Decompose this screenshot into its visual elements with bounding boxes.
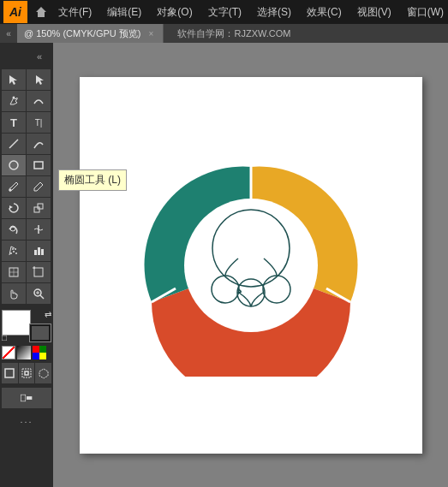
svg-rect-35 — [5, 369, 14, 377]
line-segment-tool-button[interactable] — [2, 134, 26, 154]
menu-file[interactable]: 文件(F) — [55, 3, 95, 21]
title-bar: Ai 文件(F) 编辑(E) 对象(O) 文字(T) 选择(S) 效果(C) 视… — [0, 0, 448, 24]
tool-row-line — [2, 134, 51, 154]
svg-point-16 — [12, 248, 14, 250]
slice-tool-button[interactable] — [2, 262, 26, 282]
pencil-tool-button[interactable] — [27, 176, 51, 197]
document-tab[interactable]: @ 150% (CMYK/GPU 预览) × — [17, 24, 164, 43]
rotate-tool-button[interactable] — [2, 198, 26, 218]
svg-rect-24 — [34, 268, 43, 276]
svg-point-41 — [184, 199, 318, 332]
pattern-swatch[interactable] — [33, 346, 46, 359]
svg-rect-36 — [22, 369, 31, 377]
menu-object[interactable]: 对象(O) — [153, 3, 195, 21]
draw-inside-button[interactable] — [19, 363, 35, 383]
tool-row-slice — [2, 262, 51, 282]
tooltip: 椭圆工具 (L) — [58, 169, 127, 191]
column-graph-tool-button[interactable] — [27, 241, 51, 261]
symbol-spray-tool-button[interactable] — [2, 241, 26, 261]
arc-tool-button[interactable] — [27, 134, 51, 154]
tool-row-transform — [2, 198, 51, 218]
menu-view[interactable]: 视图(V) — [354, 3, 395, 21]
donut-chart — [140, 154, 362, 377]
svg-point-5 — [9, 161, 18, 169]
artboard-tool-button[interactable] — [27, 262, 51, 282]
svg-marker-1 — [9, 75, 17, 85]
svg-rect-34 — [39, 353, 46, 359]
svg-point-15 — [15, 252, 17, 254]
svg-line-4 — [9, 140, 18, 148]
canvas-area[interactable] — [53, 43, 448, 487]
hand-tool-button[interactable] — [2, 283, 26, 304]
tab-site-info: 软件自学网：RJZXW.COM — [170, 27, 297, 40]
more-tools-indicator[interactable]: ... — [20, 414, 33, 425]
tool-row-shape — [2, 155, 51, 175]
draw-behind-button[interactable] — [35, 363, 51, 383]
bottom-tools — [2, 363, 51, 383]
svg-marker-0 — [36, 7, 46, 17]
tool-row-navigate — [2, 283, 51, 304]
menu-window[interactable]: 窗口(W) — [403, 3, 447, 21]
screen-mode-button[interactable] — [2, 388, 51, 408]
app-logo: Ai — [3, 1, 27, 23]
paintbrush-tool-button[interactable] — [2, 176, 26, 197]
svg-rect-20 — [41, 249, 44, 255]
svg-point-7 — [9, 189, 12, 192]
tab-close-button[interactable]: × — [146, 28, 156, 39]
svg-rect-10 — [38, 204, 43, 209]
panel-collapse-icon[interactable]: « — [0, 24, 17, 43]
rect-tool-button[interactable] — [27, 155, 51, 175]
menu-edit[interactable]: 编辑(E) — [104, 3, 145, 21]
svg-marker-2 — [36, 75, 44, 85]
type-tool-button[interactable]: T — [2, 112, 26, 133]
left-toolbar: « T T| — [0, 43, 53, 487]
scale-tool-button[interactable] — [27, 198, 51, 218]
svg-line-28 — [40, 295, 44, 299]
svg-point-17 — [15, 248, 16, 250]
swap-colors-icon[interactable]: ⇄ — [45, 310, 51, 319]
menu-select[interactable]: 选择(S) — [254, 3, 295, 21]
gradient-swatch[interactable] — [17, 346, 31, 359]
svg-rect-39 — [27, 396, 32, 400]
svg-rect-18 — [34, 250, 37, 255]
tool-row-warp — [2, 219, 51, 240]
menu-bar: 文件(F) 编辑(E) 对象(O) 文字(T) 选择(S) 效果(C) 视图(V… — [55, 3, 447, 21]
svg-rect-19 — [38, 247, 40, 255]
svg-rect-6 — [34, 162, 43, 169]
draw-mode-normal-button[interactable] — [2, 363, 18, 383]
stroke-color-swatch[interactable] — [29, 324, 51, 342]
svg-marker-8 — [9, 205, 13, 209]
canvas-page — [80, 77, 422, 454]
width-tool-button[interactable] — [27, 219, 51, 240]
tool-row-pen — [2, 91, 51, 111]
warp-tool-button[interactable] — [2, 219, 26, 240]
color-mode-row — [2, 346, 51, 359]
direct-select-tool-button[interactable] — [27, 69, 51, 90]
svg-rect-33 — [33, 353, 39, 359]
svg-rect-38 — [21, 395, 26, 401]
selection-tool-button[interactable] — [2, 69, 26, 90]
ellipse-tool-button[interactable] — [2, 155, 26, 175]
menu-effect[interactable]: 效果(C) — [303, 3, 345, 21]
tool-row-select — [2, 69, 51, 90]
tool-row-misc — [2, 241, 51, 261]
color-area: ⇄ □ — [2, 310, 51, 359]
curvature-tool-button[interactable] — [27, 91, 51, 111]
zoom-tool-button[interactable] — [27, 283, 51, 304]
svg-point-13 — [10, 252, 12, 254]
toolbar-collapse-icon[interactable]: « — [27, 46, 51, 67]
touch-type-tool-button[interactable]: T| — [27, 112, 51, 133]
home-icon — [34, 5, 48, 19]
svg-point-14 — [13, 251, 15, 252]
tool-row-type: T T| — [2, 112, 51, 133]
svg-point-3 — [13, 97, 15, 99]
svg-rect-37 — [25, 371, 28, 375]
main-layout: « T T| — [0, 43, 448, 487]
tab-label: @ 150% (CMYK/GPU 预览) — [24, 27, 140, 40]
reset-colors-icon[interactable]: □ — [2, 334, 7, 342]
pen-tool-button[interactable] — [2, 91, 26, 111]
none-swatch[interactable] — [2, 346, 15, 359]
svg-rect-32 — [39, 346, 46, 353]
fill-color-swatch[interactable] — [2, 310, 31, 336]
menu-text[interactable]: 文字(T) — [205, 3, 245, 21]
